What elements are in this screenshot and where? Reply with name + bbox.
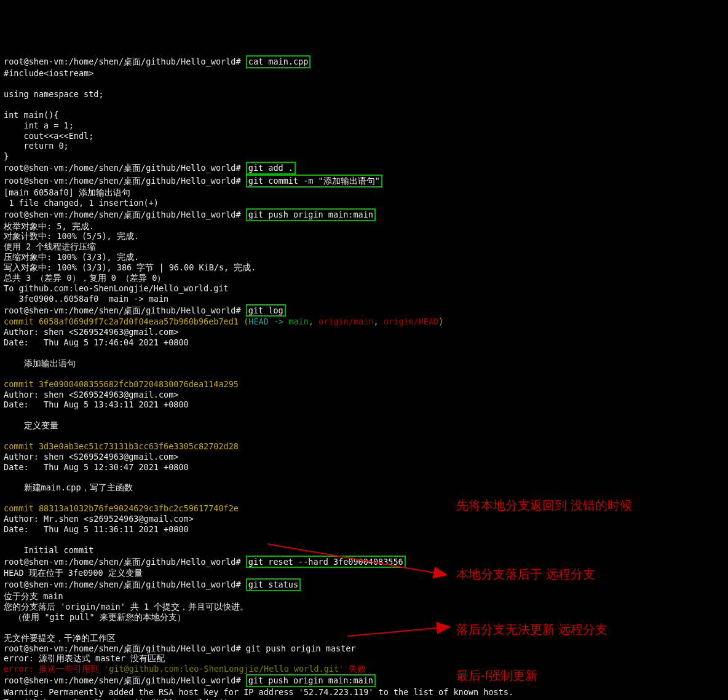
push-l3: 使用 2 个线程进行压缩 bbox=[4, 242, 96, 251]
push-master-err2a: error: 推送一些引用到 ' bbox=[4, 664, 109, 674]
origin-head: origin/HEAD bbox=[384, 317, 438, 326]
cmd-cat[interactable]: cat main.cpp bbox=[246, 55, 311, 68]
reset-out: HEAD 现在位于 3fe0900 定义变量 bbox=[4, 568, 143, 578]
push-l5: 写入对象中: 100% (3/3), 386 字节 | 96.00 KiB/s,… bbox=[4, 262, 256, 272]
commit-2-date: Date: Thu Aug 5 13:43:11 2021 +0800 bbox=[4, 399, 189, 409]
push2-to: To github.com:leo-ShenLongjie/Hello_worl… bbox=[4, 698, 229, 700]
annotation-4: 最后-f强制更新 bbox=[456, 667, 537, 685]
shell-prompt: root@shen-vm:/home/shen/桌面/github/Hello_… bbox=[4, 176, 241, 186]
cmd-git-push-2[interactable]: git push origin main:main bbox=[246, 674, 376, 687]
status-l2: 您的分支落后 'origin/main' 共 1 个提交，并且可以快进。 bbox=[4, 602, 248, 612]
commit-3-author: Author: shen <S269524963@gmail.com> bbox=[4, 452, 178, 462]
commit-4-date: Date: Thu Aug 5 11:36:11 2021 +0800 bbox=[4, 524, 189, 534]
shell-prompt: root@shen-vm:/home/shen/桌面/github/Hello_… bbox=[4, 163, 241, 173]
shell-prompt: root@shen-vm:/home/shen/桌面/github/Hello_… bbox=[4, 557, 241, 567]
push-master-err1: error: 源引用表达式 master 没有匹配 bbox=[4, 653, 165, 663]
cmd-git-log[interactable]: git log bbox=[246, 304, 286, 317]
cmd-git-push-master[interactable]: git push origin master bbox=[246, 643, 356, 653]
push-master-err2c: ' 失败 bbox=[339, 664, 366, 674]
annotation-2: 本地分支落后于 远程分支 bbox=[456, 565, 595, 583]
cmd-git-add[interactable]: git add . bbox=[246, 162, 296, 175]
src-l8: return 0; bbox=[4, 141, 69, 151]
commit-3-date: Date: Thu Aug 5 12:30:47 2021 +0800 bbox=[4, 462, 189, 472]
origin-main: origin/main bbox=[318, 317, 373, 326]
head-ref: HEAD -> bbox=[248, 317, 288, 326]
push-l4: 压缩对象中: 100% (3/3), 完成. bbox=[4, 252, 139, 262]
commit-1-msg: 添加输出语句 bbox=[4, 358, 76, 368]
branch-main: main bbox=[288, 317, 309, 326]
push-l6: 总共 3 （差异 0），复用 0 （差异 0） bbox=[4, 273, 165, 283]
push-l2: 对象计数中: 100% (5/5), 完成. bbox=[4, 231, 139, 241]
commit-out-1: [main 6058af0] 添加输出语句 bbox=[4, 187, 130, 197]
annotation-3: 落后分支无法更新 远程分支 bbox=[456, 621, 607, 639]
commit-4-msg: Initial commit bbox=[4, 545, 93, 555]
cmd-git-status[interactable]: git status bbox=[246, 578, 301, 591]
commit-2-hash: commit 3fe0900408355682fcb07204830076dea… bbox=[4, 379, 239, 389]
push-l8: 3fe0900..6058af0 main -> main bbox=[4, 294, 168, 304]
commit-2-msg: 定义变量 bbox=[4, 420, 58, 430]
src-l1: #include<iostream> bbox=[4, 68, 93, 78]
shell-prompt: root@shen-vm:/home/shen/桌面/github/Hello_… bbox=[4, 305, 241, 315]
terminal-output: root@shen-vm:/home/shen/桌面/github/Hello_… bbox=[4, 45, 724, 701]
commit-2-author: Author: shen <S269524963@gmail.com> bbox=[4, 390, 178, 399]
cmd-git-push-1[interactable]: git push origin main:main bbox=[246, 208, 376, 221]
status-l5: 无文件要提交，干净的工作区 bbox=[4, 633, 116, 643]
shell-prompt: root@shen-vm:/home/shen/桌面/github/Hello_… bbox=[4, 580, 241, 589]
commit-4-hash: commit 88313a1032b76fe9024629c3fbc2c5961… bbox=[4, 503, 239, 513]
commit-1-hash: commit 6058af069d9f7c2a7d0f04eaa57b960b9… bbox=[4, 317, 239, 326]
push2-warning: Warning: Permanently added the RSA host … bbox=[4, 687, 513, 697]
commit-3-msg: 新建main.cpp，写了主函数 bbox=[4, 482, 133, 492]
shell-prompt: root@shen-vm:/home/shen/桌面/github/Hello_… bbox=[4, 675, 241, 685]
commit-1-date: Date: Thu Aug 5 17:46:04 2021 +0800 bbox=[4, 337, 189, 347]
shell-prompt: root@shen-vm:/home/shen/桌面/github/Hello_… bbox=[4, 643, 241, 653]
shell-prompt: root@shen-vm:/home/shen/桌面/github/Hello_… bbox=[4, 57, 241, 66]
status-l3: （使用 "git pull" 来更新您的本地分支） bbox=[4, 612, 186, 622]
src-l3: using namespace std; bbox=[4, 89, 104, 99]
status-l1: 位于分支 main bbox=[4, 591, 63, 601]
shell-prompt: root@shen-vm:/home/shen/桌面/github/Hello_… bbox=[4, 210, 241, 219]
cmd-git-reset[interactable]: git reset --hard 3fe09004083556 bbox=[246, 556, 406, 568]
src-l6: int a = 1; bbox=[4, 120, 74, 130]
commit-1-author: Author: shen <S269524963@gmail.com> bbox=[4, 327, 178, 337]
src-l7: cout<<a<<Endl; bbox=[4, 131, 93, 141]
commit-out-2: 1 file changed, 1 insertion(+) bbox=[4, 198, 159, 208]
push-l1: 枚举对象中: 5, 完成. bbox=[4, 221, 94, 231]
push-master-err2b: git@github.com:leo-ShenLongjie/Hello_wor… bbox=[109, 664, 339, 674]
cmd-git-commit[interactable]: git commit -m "添加输出语句" bbox=[246, 175, 382, 187]
commit-3-hash: commit 3d3e0ab3ec51c73131b3cc63f6e3305c8… bbox=[4, 441, 239, 451]
src-l9: } bbox=[4, 151, 9, 161]
push-l7: To github.com:leo-ShenLongjie/Hello_worl… bbox=[4, 283, 229, 293]
commit-4-author: Author: Mr.shen <s269524963@gmail.com> bbox=[4, 514, 194, 524]
annotation-1: 先将本地分支返回到 没错的时候 bbox=[456, 497, 632, 514]
src-l5: int main(){ bbox=[4, 110, 58, 120]
